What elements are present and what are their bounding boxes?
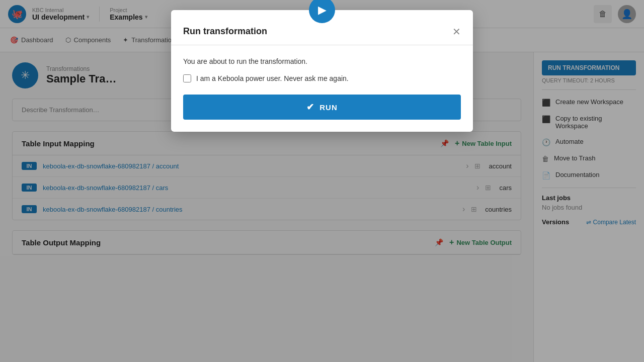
modal-overlay: ▶ Run transformation ✕ You are about to …	[0, 0, 644, 362]
modal-checkbox-row: I am a Keboola power user. Never ask me …	[183, 74, 461, 82]
modal-body: You are about to run the transformation.…	[171, 45, 473, 132]
run-transformation-modal: ▶ Run transformation ✕ You are about to …	[171, 10, 473, 132]
run-check-icon: ✔	[306, 102, 314, 113]
modal-close-button[interactable]: ✕	[452, 27, 461, 37]
modal-run-button[interactable]: ✔ RUN	[183, 95, 461, 120]
modal-title: Run transformation	[183, 26, 267, 37]
power-user-checkbox-label: I am a Keboola power user. Never ask me …	[196, 74, 349, 82]
modal-body-text: You are about to run the transformation.	[183, 57, 461, 65]
power-user-checkbox[interactable]	[183, 74, 191, 82]
